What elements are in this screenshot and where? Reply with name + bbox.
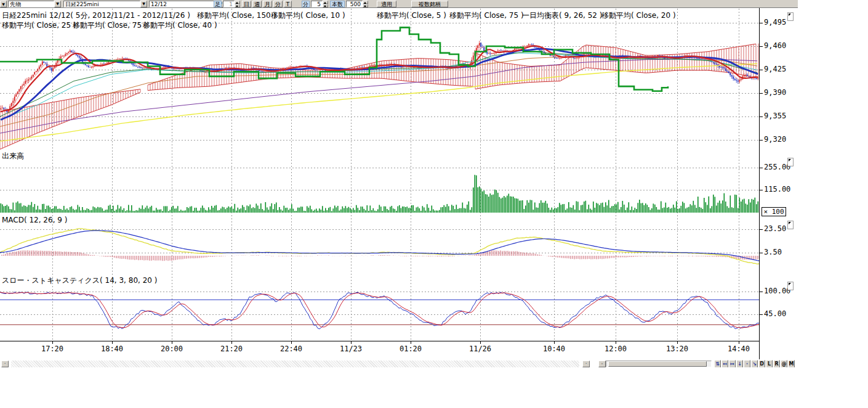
macd-pane-title: MACD( 12, 26, 9 ) <box>2 216 67 224</box>
time-axis-label-10: 13:20 <box>664 345 691 353</box>
price-axis-label-3: 9,390 <box>764 89 786 97</box>
legend-item-r1-0: 日経225mini 12/12( 5分, 2012/11/21 - 2012/1… <box>2 12 190 20</box>
stoch-d-line <box>0 292 759 328</box>
volume-pane-title: 出来高 <box>2 152 24 160</box>
time-axis-label-4: 22:40 <box>278 345 305 353</box>
legend-item-r1-5: 一目均衡表( 9, 26, 52 ) <box>522 12 602 20</box>
time-axis-label-7: 11/26 <box>467 345 494 353</box>
legend-item-r2-0: 移動平均( Close, 25 ) <box>2 22 76 30</box>
volume-multiplier-badge: × 100 <box>762 207 786 216</box>
legend-item-r2-2: 移動平均( Close, 40 ) <box>143 22 217 30</box>
legend-item-r1-6: 移動平均( Close, 20 ) <box>601 12 676 20</box>
chart-tool-button-3[interactable]: ↓ <box>736 360 743 367</box>
stoch-axis-label-1: 45.00 <box>764 310 786 318</box>
time-axis-label-11: 14:40 <box>725 345 752 353</box>
macd-axis-label-0: 23.50 <box>764 225 786 233</box>
price-axis-label-2: 9,425 <box>764 65 786 73</box>
scroll-right-button[interactable]: - <box>598 361 606 367</box>
time-axis-label-2: 20:00 <box>158 345 185 353</box>
stochastics-plot <box>0 292 759 329</box>
scrollbar-disabled-track <box>11 361 579 367</box>
macd-signal-line <box>0 231 759 261</box>
bottom-scrollbar-strip: · · - ⇅↤↦↓∙↘DLR@M <box>0 360 798 367</box>
stoch-axis-label-0: 100.00 <box>764 287 790 295</box>
legend-item-r1-2: 移動平均( Close, 10 ) <box>271 12 345 20</box>
price-axis-label-4: 9,355 <box>764 112 786 120</box>
chart-tool-button-9[interactable]: @ <box>781 360 787 367</box>
legend-item-r1-4: 移動平均( Close, 75 ) <box>449 12 524 20</box>
chart-tool-button-4[interactable]: ∙ <box>744 360 750 367</box>
legend-item-r2-1: 移動平均( Close, 75 ) <box>73 22 147 30</box>
scroll-left-button[interactable]: · <box>582 361 590 367</box>
volume-axis-label-1: 115.00 <box>764 186 790 194</box>
pane-collapse-icon-2[interactable] <box>787 221 794 229</box>
ma150-line <box>0 63 757 141</box>
time-axis-label-1: 18:40 <box>98 345 126 353</box>
legend-item-r1-3: 移動平均( Close, 5 ) <box>377 12 446 20</box>
time-axis-label-8: 10:40 <box>540 345 568 353</box>
chart-tool-button-1[interactable]: ↤ <box>721 360 728 367</box>
app-window: ▼ 先物 ▼ 日経225mini ▼ 12/12 ▼ 足 1 日週月分T 分 5… <box>0 0 868 408</box>
ma40-line <box>0 56 757 126</box>
price-axis-label-0: 9,495 <box>764 18 786 27</box>
scroll-home-button[interactable]: · <box>1 361 9 367</box>
chart-tool-button-8[interactable]: R <box>773 360 780 367</box>
pane-collapse-icon-0[interactable] <box>787 12 794 21</box>
time-axis-label-0: 17:20 <box>39 345 66 353</box>
price-axis-label-1: 9,460 <box>764 42 786 50</box>
chart-tool-button-10[interactable]: M <box>788 360 795 367</box>
chart-tool-button-0[interactable]: ⇅ <box>714 360 721 367</box>
macd-line <box>0 229 759 264</box>
legend-item-r1-1: 移動平均( Close, 150 ) <box>197 12 276 20</box>
scrollbar-thumb[interactable] <box>608 361 707 367</box>
time-axis-label-3: 21:20 <box>218 345 245 353</box>
macd-plot <box>0 229 759 264</box>
time-axis-label-6: 01:20 <box>397 345 424 353</box>
pane-collapse-icon-3[interactable] <box>787 282 794 290</box>
time-axis-label-5: 11/23 <box>337 345 364 353</box>
chart-tool-button-7[interactable]: L <box>766 360 773 367</box>
volume-bars <box>1 175 758 213</box>
chart-tool-button-2[interactable]: ↦ <box>729 360 736 367</box>
scrollbar-track[interactable] <box>606 361 712 367</box>
volume-axis-label-0: 255.00 <box>764 163 790 171</box>
ma-red-thick-line <box>1 46 758 112</box>
time-axis-label-9: 12:00 <box>602 345 629 353</box>
chart-tool-button-6[interactable]: D <box>758 360 765 367</box>
stochastics-pane-title: スロー・ストキャスティクス( 14, 3, 80, 20 ) <box>2 277 157 285</box>
macd-axis-label-1: 3.50 <box>764 248 782 256</box>
chart-tool-button-5[interactable]: ↘ <box>751 360 758 367</box>
pane-collapse-icon-1[interactable] <box>787 158 794 166</box>
price-axis-label-5: 9,320 <box>764 136 786 144</box>
